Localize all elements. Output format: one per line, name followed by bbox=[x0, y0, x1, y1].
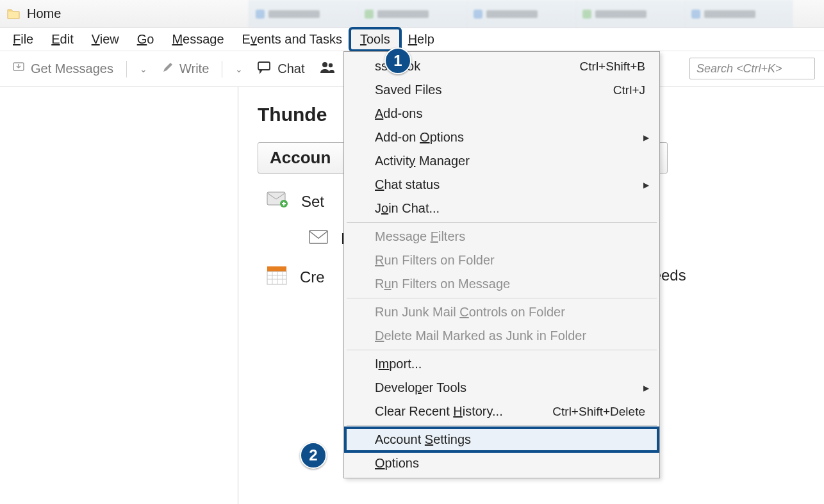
shortcut: Ctrl+Shift+B bbox=[580, 60, 645, 74]
toolbar-divider bbox=[126, 61, 127, 77]
create-label: Cre bbox=[300, 268, 325, 286]
chat-button[interactable]: Chat bbox=[253, 58, 308, 80]
menu-run-filters-folder: Run Filters on Folder bbox=[345, 248, 658, 272]
menu-options[interactable]: Options bbox=[345, 451, 658, 475]
menu-separator bbox=[347, 298, 657, 298]
menu-account-settings[interactable]: Account Settings bbox=[345, 428, 658, 451]
calendar-icon bbox=[267, 266, 287, 289]
folder-icon bbox=[6, 7, 21, 21]
menu-addon-options[interactable]: Add-on Options▶ bbox=[345, 126, 658, 149]
menu-junk-controls: Run Junk Mail Controls on Folder bbox=[345, 300, 658, 324]
menu-addons[interactable]: Add-ons bbox=[345, 102, 658, 126]
menubar: File Edit View Go Message Events and Tas… bbox=[0, 28, 824, 51]
menu-separator bbox=[347, 350, 657, 350]
svg-rect-7 bbox=[267, 266, 286, 272]
menu-message[interactable]: Message bbox=[163, 29, 233, 49]
get-messages-label: Get Messages bbox=[31, 61, 113, 76]
mail-setup-icon bbox=[267, 191, 288, 212]
submenu-arrow-icon: ▶ bbox=[643, 384, 649, 393]
titlebar: Home bbox=[0, 0, 824, 28]
menu-separator bbox=[347, 425, 657, 426]
menu-saved-files[interactable]: Saved Files Ctrl+J bbox=[345, 78, 658, 102]
search-input[interactable]: Search <Ctrl+K> bbox=[689, 58, 815, 79]
envelope-icon bbox=[309, 230, 328, 248]
menu-activity-manager[interactable]: Activity Manager bbox=[345, 149, 658, 173]
menu-tools[interactable]: Tools bbox=[351, 29, 399, 49]
menu-events-tasks[interactable]: Events and Tasks bbox=[233, 29, 351, 49]
toolbar-divider bbox=[222, 61, 222, 77]
chat-label: Chat bbox=[277, 61, 304, 76]
annotation-badge-1: 1 bbox=[384, 47, 411, 74]
menu-edit[interactable]: Edit bbox=[42, 29, 82, 49]
annotation-badge-2: 2 bbox=[300, 442, 327, 469]
menu-import[interactable]: Import... bbox=[345, 352, 658, 376]
menu-view[interactable]: View bbox=[83, 29, 128, 49]
shortcut: Ctrl+Shift+Delete bbox=[552, 405, 645, 419]
search-placeholder: Search <Ctrl+K> bbox=[696, 62, 782, 76]
menu-message-filters[interactable]: Message Filters bbox=[345, 225, 658, 248]
menu-clear-history[interactable]: Clear Recent History...Ctrl+Shift+Delete bbox=[345, 400, 658, 423]
write-button[interactable]: Write bbox=[158, 58, 213, 79]
window-title: Home bbox=[27, 6, 61, 21]
svg-rect-6 bbox=[309, 231, 327, 243]
submenu-arrow-icon: ▶ bbox=[643, 133, 649, 142]
svg-rect-8 bbox=[267, 272, 286, 284]
setup-label: Set bbox=[301, 193, 324, 211]
folder-pane[interactable] bbox=[0, 87, 238, 504]
svg-point-2 bbox=[322, 62, 327, 67]
chat-icon bbox=[257, 60, 272, 77]
shortcut: Ctrl+J bbox=[613, 83, 645, 97]
write-label: Write bbox=[179, 61, 209, 76]
get-messages-button[interactable]: Get Messages bbox=[8, 58, 117, 80]
background-tabs bbox=[249, 0, 793, 28]
menu-file[interactable]: File bbox=[4, 29, 42, 49]
addressbook-toolbar-button[interactable] bbox=[315, 58, 340, 80]
svg-rect-1 bbox=[258, 62, 270, 70]
menu-run-filters-message: Run Filters on Message bbox=[345, 272, 658, 296]
tools-menu: ss Book Ctrl+Shift+B Saved Files Ctrl+J … bbox=[343, 51, 660, 478]
menu-separator bbox=[347, 222, 657, 223]
download-icon bbox=[12, 60, 26, 77]
pencil-icon bbox=[161, 61, 174, 77]
menu-delete-junk: Delete Mail Marked as Junk in Folder bbox=[345, 324, 658, 348]
menu-help[interactable]: Help bbox=[399, 29, 443, 49]
svg-point-3 bbox=[328, 63, 332, 67]
write-dropdown[interactable]: ⌄ bbox=[231, 64, 247, 74]
submenu-arrow-icon: ▶ bbox=[643, 181, 649, 190]
menu-developer-tools[interactable]: Developer Tools▶ bbox=[345, 376, 658, 400]
menu-join-chat[interactable]: Join Chat... bbox=[345, 197, 658, 220]
menu-go[interactable]: Go bbox=[128, 29, 163, 49]
get-messages-dropdown[interactable]: ⌄ bbox=[136, 64, 151, 74]
menu-chat-status[interactable]: Chat status▶ bbox=[345, 173, 658, 197]
people-icon bbox=[319, 60, 336, 77]
